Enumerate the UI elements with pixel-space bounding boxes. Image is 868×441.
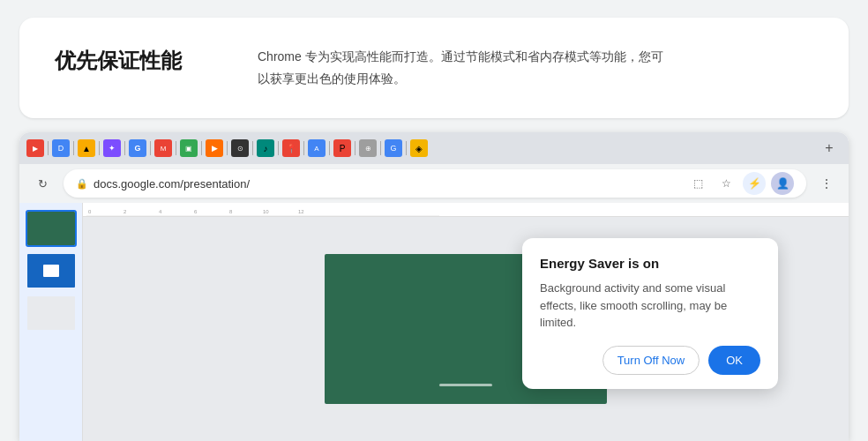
tab-icon-docs[interactable]: D <box>52 139 70 157</box>
tab-icon-maps[interactable]: 📍 <box>282 139 300 157</box>
tab-separator-14 <box>380 141 381 155</box>
tab-separator-7 <box>201 141 202 155</box>
tab-separator-1 <box>48 141 49 155</box>
new-tab-button[interactable]: + <box>817 136 842 161</box>
svg-text:4: 4 <box>159 209 162 214</box>
chrome-menu-button[interactable]: ⋮ <box>815 172 838 195</box>
svg-text:10: 10 <box>263 209 269 214</box>
page-wrapper: 优先保证性能 Chrome 专为实现高性能而打造。通过节能模式和省内存模式等功能… <box>0 0 868 441</box>
slide-thumb-3[interactable] <box>26 295 77 332</box>
tab-icon-pinterest[interactable]: P <box>333 139 351 157</box>
slide-thumb-2[interactable] <box>26 252 77 289</box>
card-description: Chrome 专为实现高性能而打造。通过节能模式和省内存模式等功能，您可以获享更… <box>258 46 672 90</box>
svg-text:0: 0 <box>88 209 92 214</box>
tab-separator-2 <box>73 141 74 155</box>
tab-separator-6 <box>176 141 176 155</box>
cast-icon[interactable]: ⬚ <box>686 172 709 195</box>
tab-separator-12 <box>329 141 330 155</box>
tab-separator-4 <box>124 141 125 155</box>
address-text: docs.google.com/presentation/ <box>94 177 250 191</box>
svg-text:6: 6 <box>194 209 198 214</box>
tab-icon-youtube[interactable]: ▶ <box>26 139 44 157</box>
tab-separator-15 <box>406 141 407 155</box>
tab-separator-11 <box>303 141 304 155</box>
energy-saver-popup: Energy Saver is on Background activity a… <box>522 238 778 389</box>
svg-text:2: 2 <box>123 209 127 214</box>
tab-icon-drive[interactable]: ▲ <box>78 139 95 157</box>
tab-separator-10 <box>278 141 279 155</box>
tab-separator-9 <box>252 141 253 155</box>
bookmark-icon[interactable]: ☆ <box>715 172 737 195</box>
address-action-icons: ⬚ ☆ ⚡ 👤 <box>686 172 794 195</box>
slide-decorative-line <box>439 384 492 386</box>
tab-icons-row: ▶ D ▲ ✦ G M ▣ ▶ ⊙ ♪ 📍 <box>26 139 815 157</box>
tab-icon-ext1[interactable]: ✦ <box>103 139 121 157</box>
slide-sidebar <box>19 203 83 441</box>
ruler-horizontal: 0 2 4 6 8 10 12 <box>83 203 849 217</box>
address-bar-row: ↻ 🔒 docs.google.com/presentation/ ⬚ ☆ ⚡ … <box>19 164 849 203</box>
profile-icon[interactable]: 👤 <box>771 172 794 195</box>
popup-actions: Turn Off Now OK <box>540 346 760 375</box>
svg-text:12: 12 <box>298 209 304 214</box>
popup-title: Energy Saver is on <box>540 256 760 271</box>
tab-icon-meet[interactable]: ▣ <box>180 139 198 157</box>
tab-icon-chrome1[interactable]: ⊙ <box>231 139 249 157</box>
energy-saver-icon[interactable]: ⚡ <box>743 172 766 195</box>
turn-off-now-button[interactable]: Turn Off Now <box>602 346 700 375</box>
card-title: 优先保证性能 <box>55 46 205 76</box>
tab-icon-play[interactable]: ▶ <box>206 139 223 157</box>
browser-mockup: ▶ D ▲ ✦ G M ▣ ▶ ⊙ ♪ 📍 <box>19 132 849 441</box>
refresh-button[interactable]: ↻ <box>30 171 55 196</box>
ruler-svg: 0 2 4 6 8 10 12 <box>86 204 439 216</box>
svg-text:8: 8 <box>229 209 233 214</box>
tab-separator-13 <box>355 141 355 155</box>
ok-button[interactable]: OK <box>708 346 760 375</box>
popup-description: Background activity and some visual effe… <box>540 280 760 332</box>
tab-separator-5 <box>150 141 151 155</box>
tab-bar: ▶ D ▲ ✦ G M ▣ ▶ ⊙ ♪ 📍 <box>19 132 849 164</box>
tab-icon-ext2[interactable]: ⊕ <box>359 139 377 157</box>
tab-icon-translate[interactable]: A <box>308 139 326 157</box>
tab-icon-google[interactable]: G <box>129 139 146 157</box>
tab-icon-spotify[interactable]: ♪ <box>257 139 274 157</box>
tab-icon-google2[interactable]: G <box>385 139 402 157</box>
browser-content: 0 2 4 6 8 10 12 Energy Sa <box>19 203 849 441</box>
tab-icon-yellow[interactable]: ◈ <box>410 139 428 157</box>
tab-separator-3 <box>99 141 100 155</box>
address-bar[interactable]: 🔒 docs.google.com/presentation/ ⬚ ☆ ⚡ 👤 <box>64 169 806 198</box>
slide-thumb-1[interactable] <box>26 210 77 247</box>
tab-separator-8 <box>227 141 228 155</box>
lock-icon: 🔒 <box>76 178 88 190</box>
tab-icon-gmail[interactable]: M <box>154 139 172 157</box>
info-card: 优先保证性能 Chrome 专为实现高性能而打造。通过节能模式和省内存模式等功能… <box>19 18 849 118</box>
